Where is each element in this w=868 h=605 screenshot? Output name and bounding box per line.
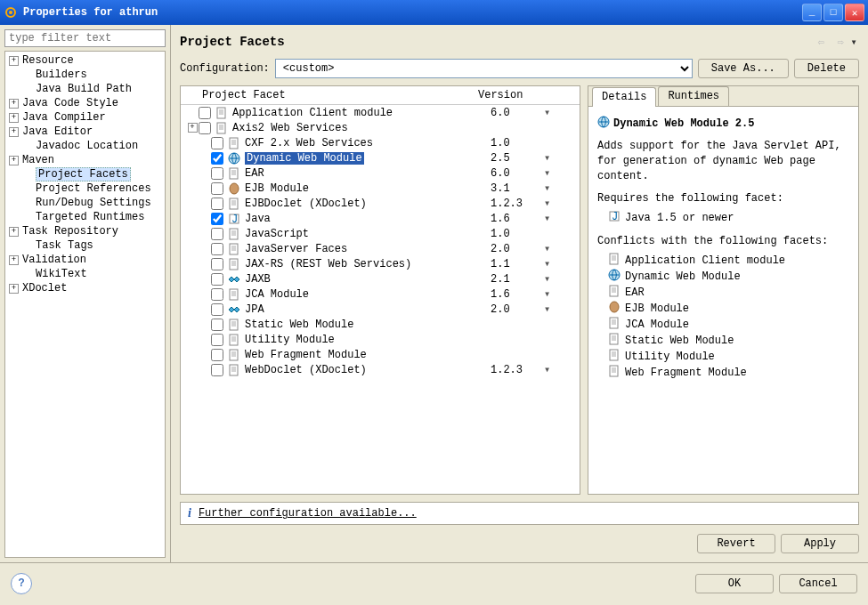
facet-checkbox[interactable] <box>199 122 211 134</box>
facet-row[interactable]: JavaScript1.0 <box>181 226 580 241</box>
sidebar-item-java-code-style[interactable]: +Java Code Style <box>5 96 165 110</box>
help-button[interactable]: ? <box>11 573 32 594</box>
version-dropdown-icon[interactable]: ▾ <box>544 302 580 316</box>
facet-row[interactable]: WebDoclet (XDoclet)1.2.3▾ <box>181 362 580 377</box>
facet-checkbox[interactable] <box>211 182 223 195</box>
expand-icon[interactable]: + <box>9 113 19 123</box>
facet-row[interactable]: Utility Module <box>181 332 580 347</box>
sidebar-item-java-compiler[interactable]: +Java Compiler <box>5 110 165 125</box>
facet-row[interactable]: EJB Module3.1▾ <box>181 181 580 196</box>
expand-icon[interactable]: + <box>9 284 19 294</box>
category-tree[interactable]: +ResourceBuildersJava Build Path+Java Co… <box>4 51 166 558</box>
version-dropdown-icon[interactable]: ▾ <box>544 272 580 286</box>
sidebar-item-project-references[interactable]: Project References <box>5 182 165 196</box>
info-bar[interactable]: i Further configuration available... <box>180 502 859 525</box>
sidebar-item-label: Run/Debug Settings <box>36 197 151 209</box>
version-dropdown-icon[interactable]: ▾ <box>544 197 580 210</box>
facet-row[interactable]: Dynamic Web Module2.5▾ <box>181 150 580 165</box>
facet-checkbox[interactable] <box>211 364 223 376</box>
facet-checkbox[interactable] <box>211 319 223 331</box>
expand-icon[interactable]: + <box>9 255 19 265</box>
facet-row[interactable]: JPA2.0▾ <box>181 302 580 317</box>
facet-checkbox[interactable] <box>211 334 223 346</box>
forward-arrow-icon[interactable]: ⇨ <box>832 34 848 50</box>
sidebar-item-targeted-runtimes[interactable]: Targeted Runtimes <box>5 210 165 224</box>
maximize-button[interactable]: □ <box>823 4 843 21</box>
sidebar-item-javadoc-location[interactable]: Javadoc Location <box>5 139 165 153</box>
configuration-select[interactable]: <custom> <box>275 59 693 78</box>
save-as-button[interactable]: Save As... <box>698 59 789 78</box>
facet-checkbox[interactable] <box>199 107 211 119</box>
facet-row[interactable]: JCA Module1.6▾ <box>181 286 580 302</box>
sidebar-item-run-debug-settings[interactable]: Run/Debug Settings <box>5 196 165 210</box>
minimize-button[interactable]: _ <box>802 4 822 21</box>
sidebar-item-java-editor[interactable]: +Java Editor <box>5 125 165 139</box>
col-version[interactable]: Version <box>473 86 580 104</box>
sidebar-item-validation[interactable]: +Validation <box>5 253 165 267</box>
expand-icon[interactable]: + <box>9 156 19 165</box>
version-dropdown-icon[interactable]: ▾ <box>544 106 580 119</box>
version-dropdown-icon[interactable]: ▾ <box>544 166 580 180</box>
back-arrow-icon[interactable]: ⇦ <box>813 34 829 50</box>
facet-row[interactable]: Static Web Module <box>181 317 580 332</box>
version-dropdown-icon[interactable]: ▾ <box>544 151 580 165</box>
facet-checkbox[interactable] <box>211 349 223 361</box>
tab-runtimes[interactable]: Runtimes <box>658 86 729 106</box>
sidebar-item-task-repository[interactable]: +Task Repository <box>5 224 165 238</box>
col-project-facet[interactable]: Project Facet <box>181 86 473 104</box>
cancel-button[interactable]: Cancel <box>779 574 857 593</box>
expand-icon[interactable]: + <box>9 56 19 66</box>
facet-row[interactable]: JJava1.6▾ <box>181 211 580 226</box>
version-dropdown-icon[interactable]: ▾ <box>544 212 580 225</box>
version-dropdown-icon[interactable]: ▾ <box>544 242 580 255</box>
facet-row[interactable]: CXF 2.x Web Services1.0 <box>181 135 580 150</box>
expand-icon[interactable]: + <box>188 123 198 133</box>
facet-row[interactable]: Web Fragment Module <box>181 347 580 362</box>
expand-icon[interactable]: + <box>9 227 19 237</box>
delete-button[interactable]: Delete <box>794 59 859 78</box>
sidebar-item-task-tags[interactable]: Task Tags <box>5 238 165 253</box>
facet-checkbox[interactable] <box>211 258 223 270</box>
facet-checkbox[interactable] <box>211 137 223 149</box>
expand-icon[interactable]: + <box>9 127 19 137</box>
facet-checkbox[interactable] <box>211 198 223 210</box>
version-dropdown-icon[interactable]: ▾ <box>544 182 580 195</box>
further-config-link[interactable]: Further configuration available... <box>199 507 417 520</box>
version-dropdown-icon[interactable]: ▾ <box>544 363 580 376</box>
view-menu-icon[interactable]: ▾ <box>848 34 859 50</box>
ok-button[interactable]: OK <box>695 574 774 593</box>
svg-rect-42 <box>230 319 238 330</box>
facet-checkbox[interactable] <box>211 243 223 255</box>
facet-row[interactable]: +Axis2 Web Services <box>181 120 580 135</box>
facet-row[interactable]: JAX-RS (REST Web Services)1.1▾ <box>181 256 580 271</box>
facet-checkbox[interactable] <box>211 273 223 286</box>
sidebar-item-java-build-path[interactable]: Java Build Path <box>5 82 165 96</box>
facet-row[interactable]: EJBDoclet (XDoclet)1.2.3▾ <box>181 196 580 211</box>
filter-input[interactable] <box>4 29 166 47</box>
close-button[interactable]: ✕ <box>845 4 864 21</box>
tab-details[interactable]: Details <box>592 87 656 107</box>
facet-checkbox[interactable] <box>211 152 223 165</box>
sidebar-item-wikitext[interactable]: WikiText <box>5 267 165 281</box>
version-dropdown-icon[interactable]: ▾ <box>544 257 580 270</box>
sidebar-item-builders[interactable]: Builders <box>5 68 165 82</box>
doc-icon <box>608 285 621 301</box>
revert-button[interactable]: Revert <box>697 534 775 553</box>
version-dropdown-icon[interactable]: ▾ <box>544 287 580 301</box>
sidebar-item-maven[interactable]: +Maven <box>5 153 165 167</box>
facet-checkbox[interactable] <box>211 303 223 316</box>
facet-checkbox[interactable] <box>211 228 223 240</box>
facet-row[interactable]: JavaServer Faces2.0▾ <box>181 241 580 256</box>
sidebar-item-project-facets[interactable]: Project Facets <box>5 167 165 182</box>
facet-checkbox[interactable] <box>211 288 223 301</box>
sidebar-item-xdoclet[interactable]: +XDoclet <box>5 281 165 295</box>
sidebar-item-resource[interactable]: +Resource <box>5 53 165 68</box>
facet-checkbox[interactable] <box>211 213 223 225</box>
facet-row[interactable]: Application Client module6.0▾ <box>181 105 580 120</box>
expand-icon[interactable]: + <box>9 99 19 109</box>
facet-row[interactable]: JAXB2.1▾ <box>181 271 580 286</box>
facet-checkbox[interactable] <box>211 167 223 180</box>
facet-row[interactable]: EAR6.0▾ <box>181 165 580 181</box>
facets-list[interactable]: Application Client module6.0▾+Axis2 Web … <box>181 105 580 494</box>
apply-button[interactable]: Apply <box>781 534 859 553</box>
